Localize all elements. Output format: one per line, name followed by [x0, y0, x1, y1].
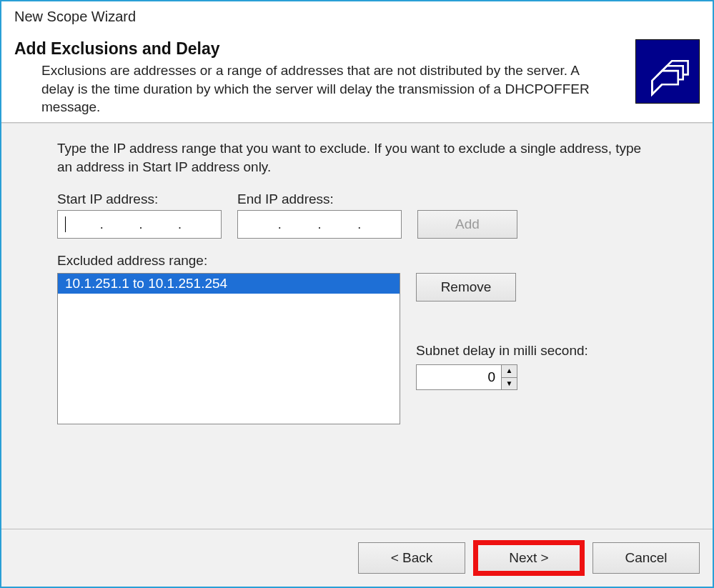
start-ip-octet-4[interactable] [184, 216, 214, 233]
end-ip-input[interactable]: . . . [237, 210, 402, 239]
start-ip-octet-1[interactable] [67, 216, 97, 233]
end-ip-octet-1[interactable] [244, 216, 274, 233]
excluded-range-list[interactable]: 10.1.251.1 to 10.1.251.254 [57, 273, 400, 424]
books-folder-icon [635, 39, 700, 104]
end-ip-octet-2[interactable] [284, 216, 314, 233]
page-title: Add Exclusions and Delay [14, 39, 627, 59]
ip-input-row: Start IP address: . . . End IP address: … [57, 191, 700, 239]
next-button[interactable]: Next > [475, 542, 582, 574]
cancel-button[interactable]: Cancel [592, 542, 700, 574]
subnet-delay-spinner: ▲ ▼ [416, 364, 517, 390]
remove-button[interactable]: Remove [416, 273, 516, 302]
list-item[interactable]: 10.1.251.1 to 10.1.251.254 [58, 274, 400, 294]
delay-increment-button[interactable]: ▲ [502, 365, 517, 378]
start-ip-octet-2[interactable] [106, 216, 137, 233]
excluded-range-label: Excluded address range: [57, 253, 700, 269]
end-ip-label: End IP address: [237, 191, 402, 207]
delay-decrement-button[interactable]: ▼ [502, 378, 517, 390]
start-ip-label: Start IP address: [57, 191, 222, 207]
wizard-body: Type the IP address range that you want … [1, 123, 713, 529]
page-description: Exclusions are addresses or a range of a… [14, 61, 600, 116]
add-button[interactable]: Add [417, 210, 517, 239]
back-button[interactable]: < Back [358, 542, 465, 574]
wizard-footer: < Back Next > Cancel [1, 529, 713, 587]
start-ip-octet-3[interactable] [145, 216, 175, 233]
end-ip-octet-4[interactable] [365, 216, 395, 233]
window-title: New Scope Wizard [1, 1, 713, 26]
subnet-delay-input[interactable] [416, 364, 502, 390]
instruction-text: Type the IP address range that you want … [57, 139, 643, 176]
end-ip-octet-3[interactable] [324, 216, 354, 233]
start-ip-input[interactable]: . . . [57, 210, 222, 239]
wizard-header: Add Exclusions and Delay Exclusions are … [1, 26, 713, 122]
subnet-delay-label: Subnet delay in milli second: [416, 343, 588, 359]
wizard-window: New Scope Wizard Add Exclusions and Dela… [0, 0, 714, 588]
excluded-range-row: 10.1.251.1 to 10.1.251.254 Remove Subnet… [57, 273, 700, 424]
